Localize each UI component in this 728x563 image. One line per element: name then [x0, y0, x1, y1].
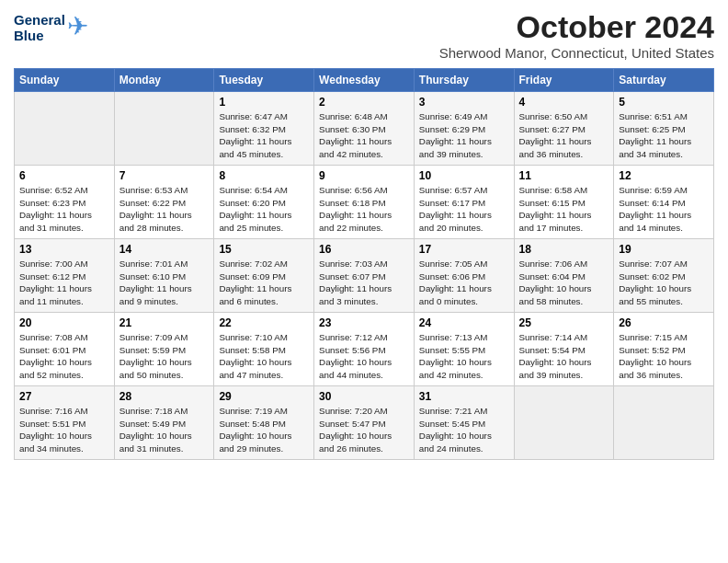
day-number: 14: [119, 243, 210, 256]
calendar-header-row: SundayMondayTuesdayWednesdayThursdayFrid…: [15, 69, 714, 92]
day-number: 7: [119, 169, 210, 182]
calendar-day-9: 9Sunrise: 6:56 AM Sunset: 6:18 PM Daylig…: [314, 166, 415, 239]
calendar-day-27: 27Sunrise: 7:16 AM Sunset: 5:51 PM Dayli…: [15, 386, 115, 460]
location: Sherwood Manor, Connecticut, United Stat…: [439, 45, 714, 61]
calendar-week-row: 1Sunrise: 6:47 AM Sunset: 6:32 PM Daylig…: [15, 92, 714, 166]
calendar-day-28: 28Sunrise: 7:18 AM Sunset: 5:49 PM Dayli…: [114, 386, 214, 460]
day-number: 13: [19, 243, 109, 256]
day-number: 26: [619, 316, 709, 329]
calendar-day-12: 12Sunrise: 6:59 AM Sunset: 6:14 PM Dayli…: [614, 166, 714, 239]
day-detail: Sunrise: 7:20 AM Sunset: 5:47 PM Dayligh…: [319, 405, 409, 455]
day-number: 28: [119, 390, 210, 403]
day-detail: Sunrise: 7:06 AM Sunset: 6:04 PM Dayligh…: [519, 258, 609, 308]
month-title: October 2024: [439, 9, 714, 45]
day-header-thursday: Thursday: [414, 69, 514, 92]
day-detail: Sunrise: 7:19 AM Sunset: 5:48 PM Dayligh…: [219, 405, 309, 455]
day-detail: Sunrise: 6:50 AM Sunset: 6:27 PM Dayligh…: [519, 110, 609, 161]
calendar-day-4: 4Sunrise: 6:50 AM Sunset: 6:27 PM Daylig…: [514, 92, 614, 166]
day-header-tuesday: Tuesday: [214, 69, 314, 92]
day-detail: Sunrise: 6:59 AM Sunset: 6:14 PM Dayligh…: [619, 184, 709, 235]
day-number: 6: [19, 169, 109, 182]
day-detail: Sunrise: 7:10 AM Sunset: 5:58 PM Dayligh…: [219, 331, 309, 382]
calendar-day-24: 24Sunrise: 7:13 AM Sunset: 5:55 PM Dayli…: [414, 313, 514, 386]
day-detail: Sunrise: 7:16 AM Sunset: 5:51 PM Dayligh…: [19, 405, 109, 455]
day-detail: Sunrise: 7:03 AM Sunset: 6:07 PM Dayligh…: [319, 258, 409, 308]
day-number: 22: [219, 316, 309, 329]
day-detail: Sunrise: 7:00 AM Sunset: 6:12 PM Dayligh…: [19, 258, 109, 308]
calendar-day-10: 10Sunrise: 6:57 AM Sunset: 6:17 PM Dayli…: [414, 166, 514, 239]
day-detail: Sunrise: 6:54 AM Sunset: 6:20 PM Dayligh…: [219, 184, 309, 235]
calendar-day-3: 3Sunrise: 6:49 AM Sunset: 6:29 PM Daylig…: [414, 92, 514, 166]
day-number: 18: [519, 243, 609, 256]
day-number: 27: [19, 390, 109, 403]
day-detail: Sunrise: 7:14 AM Sunset: 5:54 PM Dayligh…: [519, 331, 609, 382]
day-detail: Sunrise: 6:48 AM Sunset: 6:30 PM Dayligh…: [319, 110, 409, 161]
day-header-monday: Monday: [114, 69, 214, 92]
day-number: 4: [519, 96, 609, 109]
calendar-day-29: 29Sunrise: 7:19 AM Sunset: 5:48 PM Dayli…: [214, 386, 314, 460]
day-number: 5: [619, 96, 709, 109]
calendar-day-30: 30Sunrise: 7:20 AM Sunset: 5:47 PM Dayli…: [314, 386, 415, 460]
day-number: 25: [519, 316, 609, 329]
calendar-empty-cell: [114, 92, 214, 166]
calendar-day-8: 8Sunrise: 6:54 AM Sunset: 6:20 PM Daylig…: [214, 166, 314, 239]
page-header: General Blue ✈ October 2024 Sherwood Man…: [14, 9, 714, 61]
day-header-wednesday: Wednesday: [314, 69, 415, 92]
day-detail: Sunrise: 6:47 AM Sunset: 6:32 PM Dayligh…: [219, 110, 309, 161]
day-number: 16: [319, 243, 409, 256]
calendar-day-26: 26Sunrise: 7:15 AM Sunset: 5:52 PM Dayli…: [614, 313, 714, 386]
day-number: 21: [119, 316, 210, 329]
day-number: 29: [219, 390, 309, 403]
day-number: 17: [419, 243, 509, 256]
calendar-table: SundayMondayTuesdayWednesdayThursdayFrid…: [14, 68, 714, 460]
logo-bird-icon: ✈: [67, 11, 88, 41]
day-header-saturday: Saturday: [614, 69, 714, 92]
day-number: 31: [419, 390, 509, 403]
calendar-day-31: 31Sunrise: 7:21 AM Sunset: 5:45 PM Dayli…: [414, 386, 514, 460]
day-number: 24: [419, 316, 509, 329]
calendar-day-13: 13Sunrise: 7:00 AM Sunset: 6:12 PM Dayli…: [15, 239, 115, 313]
day-detail: Sunrise: 7:15 AM Sunset: 5:52 PM Dayligh…: [619, 331, 709, 382]
day-number: 30: [319, 390, 409, 403]
calendar-week-row: 20Sunrise: 7:08 AM Sunset: 6:01 PM Dayli…: [15, 313, 714, 386]
logo: General Blue ✈: [14, 13, 88, 43]
day-number: 2: [319, 96, 409, 109]
day-detail: Sunrise: 6:58 AM Sunset: 6:15 PM Dayligh…: [519, 184, 609, 235]
day-detail: Sunrise: 7:08 AM Sunset: 6:01 PM Dayligh…: [19, 331, 109, 382]
calendar-day-5: 5Sunrise: 6:51 AM Sunset: 6:25 PM Daylig…: [614, 92, 714, 166]
calendar-day-14: 14Sunrise: 7:01 AM Sunset: 6:10 PM Dayli…: [114, 239, 214, 313]
day-header-friday: Friday: [514, 69, 614, 92]
logo-line1: General: [14, 13, 65, 29]
calendar-day-16: 16Sunrise: 7:03 AM Sunset: 6:07 PM Dayli…: [314, 239, 415, 313]
day-detail: Sunrise: 7:13 AM Sunset: 5:55 PM Dayligh…: [419, 331, 509, 382]
day-detail: Sunrise: 7:12 AM Sunset: 5:56 PM Dayligh…: [319, 331, 409, 382]
day-number: 15: [219, 243, 309, 256]
day-detail: Sunrise: 6:51 AM Sunset: 6:25 PM Dayligh…: [619, 110, 709, 161]
calendar-day-11: 11Sunrise: 6:58 AM Sunset: 6:15 PM Dayli…: [514, 166, 614, 239]
calendar-day-18: 18Sunrise: 7:06 AM Sunset: 6:04 PM Dayli…: [514, 239, 614, 313]
calendar-day-22: 22Sunrise: 7:10 AM Sunset: 5:58 PM Dayli…: [214, 313, 314, 386]
day-detail: Sunrise: 7:05 AM Sunset: 6:06 PM Dayligh…: [419, 258, 509, 308]
day-number: 1: [219, 96, 309, 109]
calendar-week-row: 6Sunrise: 6:52 AM Sunset: 6:23 PM Daylig…: [15, 166, 714, 239]
calendar-week-row: 13Sunrise: 7:00 AM Sunset: 6:12 PM Dayli…: [15, 239, 714, 313]
day-detail: Sunrise: 7:02 AM Sunset: 6:09 PM Dayligh…: [219, 258, 309, 308]
day-detail: Sunrise: 6:49 AM Sunset: 6:29 PM Dayligh…: [419, 110, 509, 161]
day-detail: Sunrise: 6:52 AM Sunset: 6:23 PM Dayligh…: [19, 184, 109, 235]
calendar-day-1: 1Sunrise: 6:47 AM Sunset: 6:32 PM Daylig…: [214, 92, 314, 166]
calendar-empty-cell: [614, 386, 714, 460]
day-number: 9: [319, 169, 409, 182]
day-number: 8: [219, 169, 309, 182]
calendar-day-15: 15Sunrise: 7:02 AM Sunset: 6:09 PM Dayli…: [214, 239, 314, 313]
day-detail: Sunrise: 6:53 AM Sunset: 6:22 PM Dayligh…: [119, 184, 210, 235]
day-detail: Sunrise: 6:57 AM Sunset: 6:17 PM Dayligh…: [419, 184, 509, 235]
day-number: 12: [619, 169, 709, 182]
day-number: 3: [419, 96, 509, 109]
day-detail: Sunrise: 7:21 AM Sunset: 5:45 PM Dayligh…: [419, 405, 509, 455]
calendar-day-17: 17Sunrise: 7:05 AM Sunset: 6:06 PM Dayli…: [414, 239, 514, 313]
calendar-day-20: 20Sunrise: 7:08 AM Sunset: 6:01 PM Dayli…: [15, 313, 115, 386]
calendar-day-19: 19Sunrise: 7:07 AM Sunset: 6:02 PM Dayli…: [614, 239, 714, 313]
day-detail: Sunrise: 7:01 AM Sunset: 6:10 PM Dayligh…: [119, 258, 210, 308]
logo-line2: Blue: [14, 29, 65, 44]
day-detail: Sunrise: 7:18 AM Sunset: 5:49 PM Dayligh…: [119, 405, 210, 455]
